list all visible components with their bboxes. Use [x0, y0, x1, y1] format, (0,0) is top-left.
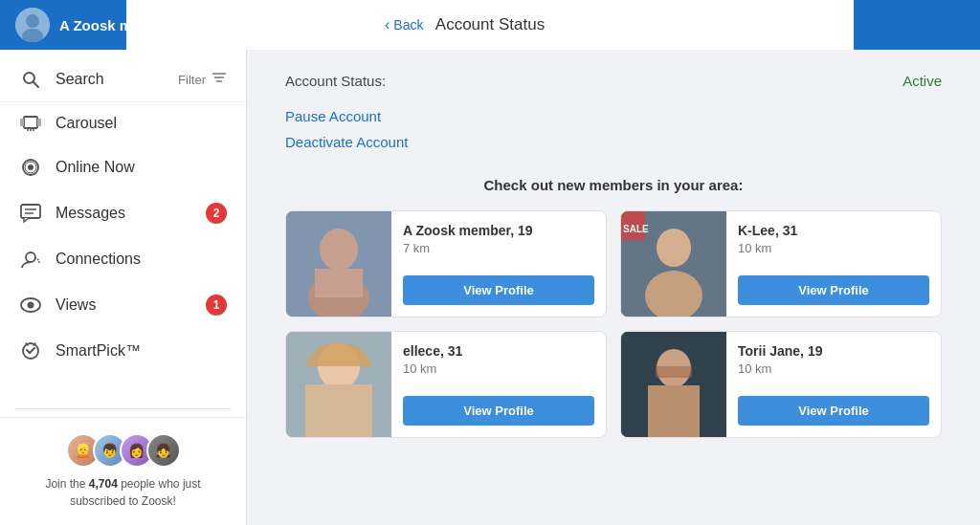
- sidebar-item-online-now[interactable]: Online Now: [0, 144, 246, 190]
- sidebar-messages-label: Messages: [56, 205, 192, 222]
- sidebar-carousel-label: Carousel: [56, 115, 227, 132]
- svg-rect-41: [648, 385, 700, 437]
- footer-avatar-4: 👧: [146, 433, 181, 468]
- sidebar-item-connections[interactable]: Connections: [0, 236, 246, 282]
- member-card-3: Torii Jane, 19 10 km View Profile: [620, 331, 942, 438]
- sidebar-search-label: Search: [56, 71, 165, 88]
- svg-rect-17: [21, 205, 40, 218]
- member-name-1: K-Lee, 31: [738, 223, 929, 238]
- filter-label: Filter: [178, 73, 206, 87]
- sidebar-views-label: Views: [56, 296, 192, 314]
- svg-point-13: [33, 129, 34, 131]
- main-layout: Search Filter: [0, 50, 980, 525]
- account-status-value: Active: [902, 73, 942, 89]
- sidebar-item-views[interactable]: Views 1: [0, 282, 246, 328]
- member-distance-2: 10 km: [403, 361, 594, 376]
- member-card-0: A Zoosk member, 19 7 km View Profile: [285, 210, 607, 317]
- footer-text-before: Join the: [45, 477, 88, 491]
- footer-count: 4,704: [89, 477, 118, 491]
- member-distance-1: 10 km: [738, 241, 929, 255]
- connections-icon: [19, 249, 42, 270]
- member-distance-3: 10 km: [738, 361, 929, 376]
- sidebar-connections-label: Connections: [56, 251, 227, 268]
- svg-point-22: [28, 302, 34, 309]
- svg-point-12: [30, 129, 32, 131]
- back-button[interactable]: ‹ Back: [385, 0, 423, 50]
- sidebar: Search Filter: [0, 50, 247, 525]
- page-title: Account Status: [435, 15, 545, 33]
- members-grid: A Zoosk member, 19 7 km View Profile: [285, 210, 942, 438]
- member-info-1: K-Lee, 31 10 km View Profile: [726, 211, 941, 317]
- member-name-2: ellece, 31: [403, 343, 594, 359]
- sidebar-item-messages[interactable]: Messages 2: [0, 190, 246, 236]
- svg-text:SALE: SALE: [623, 224, 649, 234]
- sidebar-divider: [15, 408, 231, 409]
- member-photo-3: [621, 332, 726, 437]
- svg-rect-8: [24, 117, 37, 128]
- svg-point-26: [320, 229, 358, 271]
- carousel-icon: [19, 115, 42, 132]
- filter-icon: [212, 71, 227, 88]
- page-header-area: ‹ Back Account Status: [126, 0, 854, 50]
- sidebar-online-label: Online Now: [56, 159, 227, 176]
- sidebar-item-smartpick[interactable]: SmartPick™: [0, 328, 246, 374]
- member-photo-0: [286, 211, 391, 317]
- deactivate-account-link[interactable]: Deactivate Account: [285, 134, 942, 150]
- messages-icon: [19, 204, 42, 223]
- action-links: Pause Account Deactivate Account: [285, 108, 942, 150]
- avatar: [15, 8, 50, 42]
- back-label: Back: [393, 0, 423, 50]
- member-card-1: SALE K-Lee, 31 10 km View Profile: [620, 210, 942, 317]
- pause-account-link[interactable]: Pause Account: [285, 108, 942, 124]
- members-heading: Check out new members in your area:: [285, 177, 942, 193]
- view-profile-button-0[interactable]: View Profile: [403, 275, 594, 305]
- sidebar-smartpick-label: SmartPick™: [56, 342, 227, 360]
- svg-rect-9: [20, 119, 24, 126]
- sidebar-item-search[interactable]: Search Filter: [0, 57, 246, 102]
- online-now-icon: [19, 157, 42, 178]
- account-status-label: Account Status:: [285, 73, 386, 89]
- messages-badge: 2: [206, 203, 227, 224]
- svg-point-20: [26, 252, 35, 262]
- svg-point-11: [27, 129, 29, 131]
- account-status-row: Account Status: Active: [285, 73, 942, 89]
- view-profile-button-2[interactable]: View Profile: [403, 396, 594, 426]
- svg-point-31: [657, 229, 691, 267]
- footer-avatars: 👱 👦 👩 👧: [19, 433, 227, 468]
- sidebar-nav: Search Filter: [0, 50, 246, 401]
- member-distance-0: 7 km: [403, 241, 594, 255]
- views-badge: 1: [206, 295, 227, 316]
- svg-rect-42: [656, 366, 692, 378]
- smartpick-icon: [19, 340, 42, 361]
- views-icon: [19, 297, 42, 313]
- svg-rect-10: [37, 119, 41, 126]
- svg-line-4: [33, 82, 39, 88]
- footer-text: Join the 4,704 people who just subscribe…: [19, 475, 227, 510]
- member-info-0: A Zoosk member, 19 7 km View Profile: [391, 211, 606, 317]
- svg-rect-37: [305, 384, 372, 437]
- search-icon: [19, 70, 42, 89]
- view-profile-button-1[interactable]: View Profile: [738, 275, 929, 305]
- member-info-2: ellece, 31 10 km View Profile: [391, 332, 606, 437]
- view-profile-button-3[interactable]: View Profile: [738, 396, 929, 426]
- member-photo-2: [286, 332, 391, 437]
- chevron-left-icon: ‹: [385, 0, 390, 50]
- filter-button[interactable]: Filter: [178, 71, 227, 88]
- member-name-3: Torii Jane, 19: [738, 343, 929, 359]
- svg-rect-28: [315, 269, 363, 297]
- top-header: A Zoosk member ⚙ ‹ Back Account Status: [0, 0, 980, 50]
- sidebar-item-carousel[interactable]: Carousel: [0, 102, 246, 144]
- member-photo-1: SALE: [621, 211, 726, 317]
- member-name-0: A Zoosk member, 19: [403, 223, 594, 238]
- member-card-2: ellece, 31 10 km View Profile: [285, 331, 607, 438]
- member-info-3: Torii Jane, 19 10 km View Profile: [726, 332, 941, 437]
- svg-point-15: [28, 164, 33, 170]
- sidebar-footer: 👱 👦 👩 👧 Join the 4,704 people who just s…: [0, 417, 246, 525]
- svg-point-1: [26, 14, 39, 28]
- content-area: Account Status: Active Pause Account Dea…: [247, 50, 980, 525]
